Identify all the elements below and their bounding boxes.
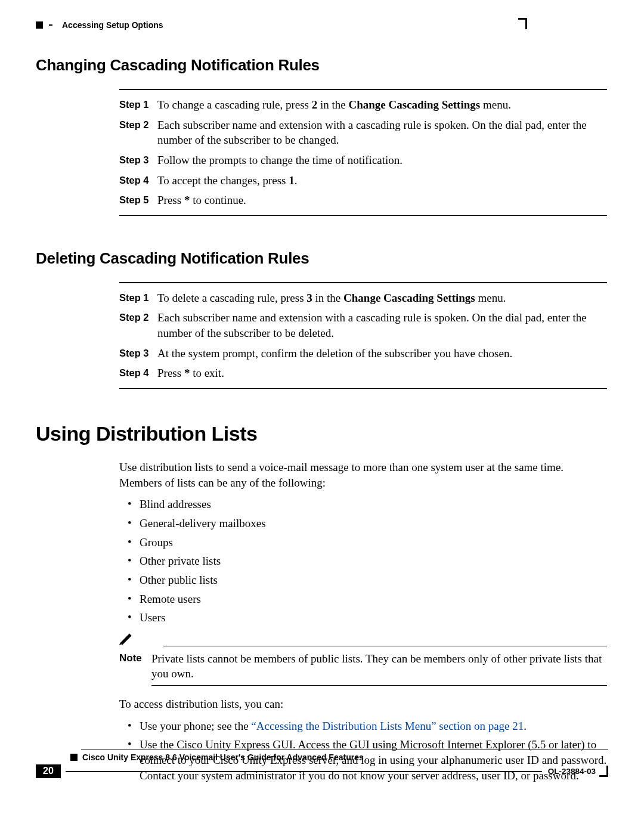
distribution-body: Use distribution lists to send a voice-m…	[119, 460, 607, 785]
steps-deleting: Step 1 To delete a cascading rule, press…	[119, 282, 607, 389]
crop-mark-bottom-right	[599, 766, 608, 777]
breadcrumb: Accessing Setup Options	[62, 20, 163, 30]
note-body: Private lists cannot be members of publi…	[151, 651, 607, 682]
step-row: Step 1 To change a cascading rule, press…	[119, 95, 607, 115]
step-row: Step 2 Each subscriber name and extensio…	[119, 115, 607, 150]
section-heading-changing: Changing Cascading Notification Rules	[36, 56, 608, 75]
note-block: Note Private lists cannot be members of …	[119, 633, 607, 686]
footer-bar	[66, 771, 542, 772]
page-content: Accessing Setup Options Changing Cascadi…	[36, 20, 608, 791]
list-item: Use your phone; see the “Accessing the D…	[134, 717, 607, 736]
step-body: Press * to exit.	[157, 366, 607, 381]
step-row: Step 2 Each subscriber name and extensio…	[119, 308, 607, 343]
step-row: Step 3 Follow the prompts to change the …	[119, 150, 607, 171]
list-item: Other private lists	[134, 552, 607, 571]
steps-changing: Step 1 To change a cascading rule, press…	[119, 89, 607, 216]
step-label: Step 4	[119, 173, 157, 188]
step-body: Follow the prompts to change the time of…	[157, 153, 607, 168]
step-row: Step 4 To accept the changes, press 1.	[119, 171, 607, 191]
header-square-icon	[36, 21, 43, 29]
section-heading-distribution: Using Distribution Lists	[36, 422, 608, 445]
footer-rule	[81, 750, 608, 750]
step-body: Press * to continue.	[157, 193, 607, 208]
step-label: Step 4	[119, 366, 157, 381]
page-footer: Cisco Unity Express 8.6 Voicemail User's…	[36, 750, 608, 778]
list-item: Other public lists	[134, 571, 607, 590]
list-item: General-delivery mailboxes	[134, 514, 607, 533]
step-label: Step 2	[119, 310, 157, 340]
header-bar-left	[49, 24, 52, 26]
step-row: Step 5 Press * to continue.	[119, 190, 607, 210]
access-intro: To access distribution lists, you can:	[119, 696, 607, 712]
list-item: Remote users	[134, 590, 607, 609]
step-row: Step 3 At the system prompt, confirm the…	[119, 343, 607, 364]
rule-bottom	[119, 215, 607, 216]
footer-square-icon	[70, 754, 78, 761]
step-label: Step 3	[119, 153, 157, 168]
note-rule-top	[163, 646, 607, 646]
step-label: Step 5	[119, 193, 157, 208]
cross-reference-link[interactable]: “Accessing the Distribution Lists Menu” …	[251, 720, 524, 732]
list-item: Groups	[134, 533, 607, 552]
page-number: 20	[36, 764, 61, 778]
list-item: Users	[134, 608, 607, 627]
step-body: Each subscriber name and extension with …	[157, 117, 607, 148]
step-row: Step 1 To delete a cascading rule, press…	[119, 288, 607, 308]
note-rule-bottom	[151, 685, 607, 686]
step-body: To delete a cascading rule, press 3 in t…	[157, 290, 607, 306]
step-body: To accept the changes, press 1.	[157, 173, 607, 188]
step-body: To change a cascading rule, press 2 in t…	[157, 97, 607, 113]
intro-paragraph: Use distribution lists to send a voice-m…	[119, 460, 607, 490]
rule-top	[119, 89, 607, 90]
note-pencil-icon	[119, 633, 136, 648]
note-label: Note	[119, 651, 143, 682]
step-label: Step 1	[119, 290, 157, 306]
member-type-list: Blind addresses General-delivery mailbox…	[119, 495, 607, 627]
step-label: Step 3	[119, 346, 157, 361]
step-label: Step 2	[119, 117, 157, 148]
rule-bottom	[119, 388, 607, 389]
running-header: Accessing Setup Options	[36, 20, 608, 30]
footer-doc-title: Cisco Unity Express 8.6 Voicemail User's…	[82, 753, 364, 762]
rule-top	[119, 282, 607, 283]
step-body: At the system prompt, confirm the deleti…	[157, 346, 607, 361]
step-row: Step 4 Press * to exit.	[119, 363, 607, 383]
document-id: OL-23884-03	[548, 767, 596, 776]
step-body: Each subscriber name and extension with …	[157, 310, 607, 340]
step-label: Step 1	[119, 97, 157, 113]
list-item: Blind addresses	[134, 495, 607, 514]
section-heading-deleting: Deleting Cascading Notification Rules	[36, 249, 608, 268]
